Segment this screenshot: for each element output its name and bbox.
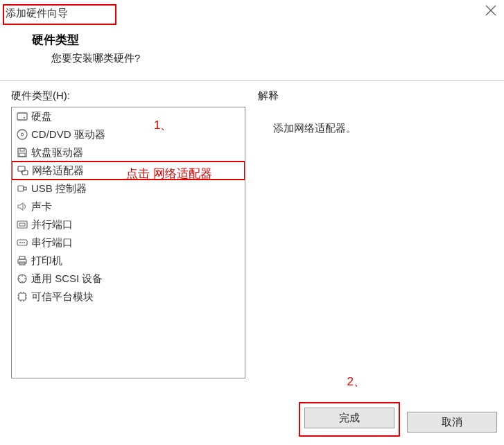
list-item-label: 打印机	[30, 254, 62, 268]
scsi-icon	[15, 272, 30, 285]
svg-rect-20	[19, 293, 26, 300]
list-item-label: 串行端口	[30, 236, 73, 250]
page-title: 硬件类型	[32, 32, 504, 48]
hardware-type-list[interactable]: 硬盘 CD/DVD 驱动器 软盘驱动器 网络适配器	[11, 107, 245, 378]
svg-point-15	[24, 242, 25, 243]
network-icon	[15, 164, 31, 177]
list-item-usb[interactable]: USB 控制器	[12, 180, 245, 198]
serial-icon	[15, 236, 30, 249]
close-icon[interactable]	[485, 4, 497, 17]
list-item-label: 硬盘	[30, 110, 52, 123]
explanation-text: 添加网络适配器。	[258, 107, 493, 135]
svg-rect-9	[24, 187, 26, 190]
svg-rect-0	[17, 113, 27, 120]
list-item-label: 通用 SCSI 设备	[30, 272, 103, 286]
svg-point-1	[24, 117, 25, 119]
cancel-button[interactable]: 取消	[407, 412, 497, 433]
disc-icon	[15, 128, 30, 141]
svg-rect-11	[19, 223, 25, 226]
window-title-text: 添加硬件向导	[6, 7, 68, 19]
finish-button[interactable]: 完成	[304, 408, 394, 428]
window-title: 添加硬件向导	[3, 4, 116, 25]
svg-rect-5	[19, 153, 25, 157]
list-item-label: USB 控制器	[30, 182, 87, 195]
list-item-label: 声卡	[30, 200, 52, 213]
svg-rect-10	[17, 221, 27, 228]
printer-icon	[15, 254, 30, 267]
list-item-tpm[interactable]: 可信平台模块	[12, 288, 245, 306]
list-item-scsi[interactable]: 通用 SCSI 设备	[12, 270, 245, 288]
svg-rect-17	[19, 256, 25, 259]
svg-rect-8	[18, 186, 24, 191]
list-item-label: 可信平台模块	[30, 290, 94, 304]
floppy-icon	[15, 146, 30, 159]
finish-highlight: 完成	[299, 402, 400, 437]
hardware-type-label: 硬件类型(H):	[11, 89, 245, 107]
list-item-sound[interactable]: 声卡	[12, 198, 245, 216]
list-item-label: 网络适配器	[31, 164, 84, 177]
svg-point-13	[19, 242, 21, 243]
page-subtitle: 您要安装哪类硬件?	[32, 48, 504, 65]
list-item-serial[interactable]: 串行端口	[12, 234, 245, 252]
hdd-icon	[15, 110, 30, 123]
list-item-label: 并行端口	[30, 218, 73, 232]
parallel-icon	[15, 218, 30, 231]
list-item-label: CD/DVD 驱动器	[30, 128, 105, 141]
usb-icon	[15, 182, 30, 195]
svg-point-3	[21, 133, 24, 136]
sound-icon	[15, 200, 30, 213]
svg-point-14	[21, 242, 23, 243]
list-item-hdd[interactable]: 硬盘	[12, 107, 245, 125]
list-item-parallel[interactable]: 并行端口	[12, 216, 245, 234]
wizard-header: 硬件类型 您要安装哪类硬件?	[0, 28, 504, 65]
explanation-label: 解释	[258, 89, 493, 107]
list-item-label: 软盘驱动器	[30, 146, 83, 159]
tpm-icon	[15, 290, 30, 303]
list-item-cddvd[interactable]: CD/DVD 驱动器	[12, 125, 245, 143]
list-item-printer[interactable]: 打印机	[12, 252, 245, 270]
list-item-network-adapter[interactable]: 网络适配器	[11, 161, 245, 180]
svg-point-2	[17, 130, 27, 139]
list-item-floppy[interactable]: 软盘驱动器	[12, 143, 245, 162]
